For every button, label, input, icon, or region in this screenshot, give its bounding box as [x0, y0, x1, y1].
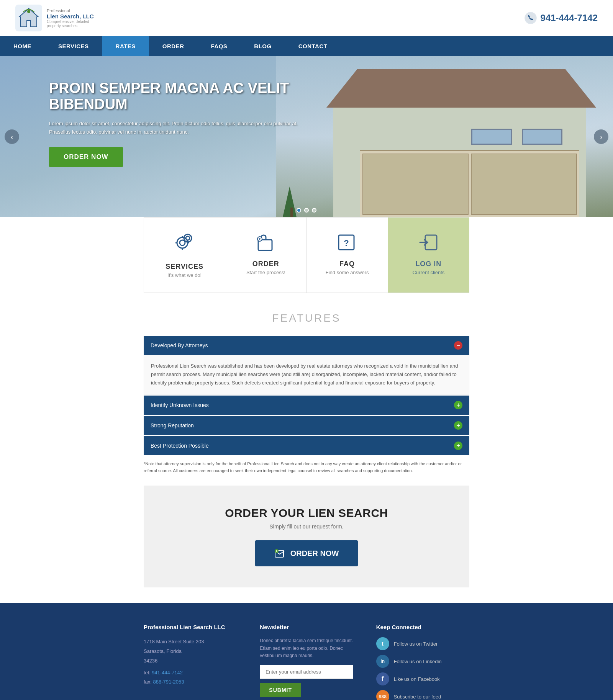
footer-address-2: Sarasota, Florida — [144, 647, 237, 656]
accordion-item-1: Developed By Attorneys − Professional Li… — [144, 336, 469, 394]
main-nav: HOME SERVICES RATES ORDER FAQS BLOG CONT… — [0, 36, 613, 56]
linkedin-label: Follow us on Linkedin — [394, 659, 442, 664]
feature-box-faq[interactable]: ? FAQ Find some answers — [307, 218, 388, 293]
feature-box-services[interactable]: SERVICES It's what we do! — [144, 218, 225, 293]
svg-point-12 — [186, 236, 190, 240]
twitter-label: Follow us on Twitter — [394, 641, 438, 647]
footer-newsletter-col: Newsletter Donec pharetra lacinia sem tr… — [260, 624, 353, 700]
order-now-button[interactable]: ORDER NOW — [255, 540, 358, 566]
accordion-item-2: Identify Unknown Issues + — [144, 396, 469, 415]
nav-home[interactable]: HOME — [0, 36, 45, 56]
hero-body: Lorem ipsum dolor sit amet, consectetur … — [49, 119, 306, 136]
hero-prev-button[interactable]: ‹ — [5, 129, 19, 144]
feature-box-login-subtitle: Current clients — [395, 270, 462, 275]
feature-box-faq-subtitle: Find some answers — [314, 270, 381, 275]
accordion-toggle-2: + — [454, 401, 462, 409]
order-title: ORDER YOUR LIEN SEARCH — [159, 507, 454, 520]
hero-next-button[interactable]: › — [594, 129, 608, 144]
header-phone: 941-444-7142 — [541, 13, 598, 23]
hero-order-button[interactable]: ORDER NOW — [49, 147, 123, 167]
social-rss[interactable]: RSS Subscribe to our feed — [376, 690, 469, 700]
accordion-item-4: Best Protection Possible + — [144, 436, 469, 455]
services-icon — [151, 232, 218, 257]
footer: Professional Lien Search LLC 1718 Main S… — [0, 603, 613, 700]
feature-box-faq-title: FAQ — [314, 260, 381, 268]
nav-blog[interactable]: BLOG — [241, 36, 285, 56]
footer-fax-link[interactable]: 888-791-2053 — [153, 679, 184, 685]
accordion-header-4[interactable]: Best Protection Possible + — [144, 436, 469, 455]
footer-social-col: Keep Connected t Follow us on Twitter in… — [376, 624, 469, 700]
feature-box-order-subtitle: Start the process! — [232, 270, 299, 275]
accordion-body-1: Professional Lien Search was established… — [144, 355, 469, 394]
features-section: FEATURES Developed By Attorneys − Profes… — [144, 312, 469, 474]
feature-box-services-title: SERVICES — [151, 263, 218, 271]
footer-connected-title: Keep Connected — [376, 624, 469, 630]
hero-dot-1[interactable] — [297, 208, 301, 213]
accordion-header-3[interactable]: Strong Reputation + — [144, 416, 469, 435]
order-icon-btn — [274, 548, 285, 559]
twitter-icon: t — [376, 637, 389, 650]
hero-slider: PROIN SEMPER MAGNA AC VELIT BIBENDUM Lor… — [0, 56, 613, 217]
accordion-header-2[interactable]: Identify Unknown Issues + — [144, 396, 469, 415]
footer-fax-label: fax: — [144, 679, 153, 685]
feature-box-order-title: ORDER — [232, 260, 299, 268]
facebook-icon: f — [376, 672, 389, 685]
logo-text: Professional Lien Search, LLC Comprehens… — [47, 8, 94, 28]
hero-dot-2[interactable] — [304, 208, 309, 213]
accordion-title-1: Developed By Attorneys — [151, 342, 208, 348]
order-subtitle: Simply fill out our request form. — [159, 523, 454, 530]
accordion-item-3: Strong Reputation + — [144, 416, 469, 435]
feature-box-login[interactable]: LOG IN Current clients — [388, 218, 469, 293]
hero-content: PROIN SEMPER MAGNA AC VELIT BIBENDUM Lor… — [49, 80, 306, 167]
faq-icon: ? — [314, 232, 381, 255]
nav-contact[interactable]: CONTACT — [285, 36, 341, 56]
svg-point-6 — [180, 240, 185, 245]
order-section: ORDER YOUR LIEN SEARCH Simply fill out o… — [144, 486, 469, 587]
footer-address-1: 1718 Main Street Suite 203 — [144, 637, 237, 647]
footer-company-col: Professional Lien Search LLC 1718 Main S… — [144, 624, 237, 700]
accordion-toggle-4: + — [454, 442, 462, 450]
phone-icon — [524, 12, 537, 24]
nav-order[interactable]: ORDER — [149, 36, 198, 56]
hero-dot-3[interactable] — [312, 208, 316, 213]
linkedin-icon: in — [376, 655, 389, 668]
accordion-title-4: Best Protection Possible — [151, 443, 209, 449]
order-icon — [232, 232, 299, 255]
footer-tel-link[interactable]: 941-444-7142 — [152, 670, 183, 675]
accordion-toggle-3: + — [454, 421, 462, 430]
features-title: FEATURES — [144, 312, 469, 324]
order-btn-label: ORDER NOW — [290, 549, 339, 558]
feature-box-services-subtitle: It's what we do! — [151, 272, 218, 278]
nav-faqs[interactable]: FAQS — [198, 36, 241, 56]
feature-box-login-title: LOG IN — [395, 260, 462, 268]
phone-area: 941-444-7142 — [524, 12, 598, 24]
login-icon — [395, 232, 462, 255]
footer-newsletter-desc: Donec pharetra lacinia sem tristique tin… — [260, 637, 353, 659]
accordion-title-3: Strong Reputation — [151, 422, 194, 429]
footer-newsletter-title: Newsletter — [260, 624, 353, 630]
logo-area: Professional Lien Search, LLC Comprehens… — [15, 5, 94, 31]
accordion-note: *Note that attorney supervision is only … — [144, 461, 469, 474]
feature-box-order[interactable]: ORDER Start the process! — [225, 218, 306, 293]
hero-title: PROIN SEMPER MAGNA AC VELIT BIBENDUM — [49, 80, 306, 113]
hero-dots — [297, 208, 316, 213]
accordion-title-2: Identify Unknown Issues — [151, 402, 209, 408]
feature-boxes-section: SERVICES It's what we do! ORDER Start th… — [144, 217, 469, 293]
footer-tel-label: tel: — [144, 670, 152, 675]
social-twitter[interactable]: t Follow us on Twitter — [376, 637, 469, 650]
rss-icon: RSS — [376, 690, 389, 700]
social-linkedin[interactable]: in Follow us on Linkedin — [376, 655, 469, 668]
footer-company-name: Professional Lien Search LLC — [144, 624, 237, 630]
footer-email-input[interactable] — [260, 665, 353, 679]
footer-tel: tel: 941-444-7142 — [144, 668, 237, 678]
svg-point-3 — [27, 10, 30, 13]
footer-fax: fax: 888-791-2053 — [144, 677, 237, 687]
svg-text:?: ? — [344, 238, 349, 248]
accordion-toggle-1: − — [454, 341, 462, 350]
social-facebook[interactable]: f Like us on Facebook — [376, 672, 469, 685]
footer-submit-button[interactable]: SUBMIT — [260, 683, 301, 697]
accordion-header-1[interactable]: Developed By Attorneys − — [144, 336, 469, 355]
nav-services[interactable]: SERVICES — [45, 36, 102, 56]
facebook-label: Like us on Facebook — [394, 676, 440, 682]
nav-rates[interactable]: RATES — [102, 36, 149, 56]
